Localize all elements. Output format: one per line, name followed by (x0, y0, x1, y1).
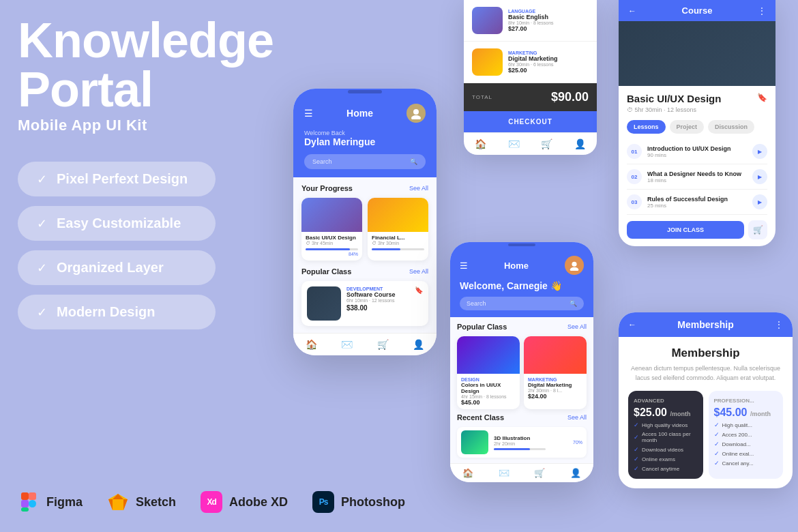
svg-rect-0 (21, 492, 29, 500)
welcome-text: Welcome Back (304, 130, 426, 136)
phone1: ☰ Home Welcome Back Dylan Meringue Searc… (293, 89, 437, 355)
popular-card[interactable]: DEVELOPMENT Software Course 6hr 10min · … (301, 281, 428, 326)
phone2-profile-icon[interactable]: 👤 (570, 468, 581, 478)
bookmark-icon[interactable]: 🔖 (415, 286, 423, 294)
lesson-dur-1: 90 mins (647, 152, 747, 158)
check-icon-3: ✓ (37, 261, 47, 276)
hamburger-icon[interactable]: ☰ (304, 108, 313, 119)
phone1-title: Home (346, 108, 373, 119)
cart-nav-icon[interactable]: 🛒 (377, 339, 389, 350)
phone2-recent: Recent Class See All 3D Illustration 2hr… (457, 413, 587, 458)
plan-pro-f5: ✓ Cancel any... (714, 460, 778, 467)
recent-item-1-info: 3D Illustration 2hr 20min (494, 435, 567, 450)
membership-back-icon[interactable]: ← (628, 320, 636, 329)
join-class-button[interactable]: JOIN CLASS (627, 221, 744, 239)
play-btn-3[interactable]: ▶ (752, 194, 767, 209)
search-bar[interactable]: Search 🔍 (304, 154, 426, 169)
recent-item-1-meta: 2hr 20min (494, 441, 567, 446)
phone2-card-1[interactable]: DESIGN Colors in UI/UX Design 4hr 15min … (457, 336, 520, 409)
check-adv-3: ✓ (634, 446, 639, 453)
tab-lessons[interactable]: Lessons (627, 120, 666, 134)
phone2-card-2[interactable]: MARKETING Digital Marketing 2hr 30min · … (524, 336, 587, 409)
sketch-logo: Sketch (107, 491, 176, 513)
plan-advanced[interactable]: ADVANCED $25.00 /month ✓ High quality vi… (628, 391, 703, 479)
cart-item-2-meta: 6hr 30min · 6 lessons (508, 62, 589, 67)
phone2-recent-see-all[interactable]: See All (567, 414, 587, 421)
lesson-num-2: 02 (627, 169, 642, 184)
lesson-title-3: Rules of Successful Design (647, 196, 747, 203)
phone1-top-bar: ☰ Home (304, 104, 426, 123)
check-adv-2: ✓ (634, 434, 639, 441)
tab-project[interactable]: Project (670, 120, 705, 134)
cart-item-1-price: $27.00 (508, 25, 589, 32)
check-pro-4: ✓ (714, 450, 720, 457)
cart-msg-icon[interactable]: ✉️ (508, 138, 520, 149)
phone2-home-icon[interactable]: 🏠 (462, 468, 473, 478)
phone2-popular-header: Popular Class See All (457, 323, 587, 331)
course-tabs: Lessons Project Discussion (627, 120, 767, 134)
checkout-button[interactable]: CHECKOUT (464, 111, 597, 132)
prog-card-1-body: Basic UI/UX Design ⏱ 3hr 45min 84% (301, 232, 362, 261)
course-more-icon[interactable]: ⋮ (758, 6, 766, 16)
svg-rect-2 (21, 500, 29, 507)
prog-pct-1: 84% (306, 252, 358, 256)
check-icon-4: ✓ (37, 305, 47, 320)
progress-card-1[interactable]: Basic UI/UX Design ⏱ 3hr 45min 84% (301, 198, 362, 261)
phone2-card-2-tag: MARKETING (528, 377, 582, 382)
phone2-card-1-meta: 4hr 15min · 8 lessons (461, 394, 516, 399)
membership-more-icon[interactable]: ⋮ (775, 320, 783, 329)
message-nav-icon[interactable]: ✉️ (341, 339, 353, 350)
feature-pill-1: ✓ Pixel Perfext Design (18, 162, 216, 196)
cart-profile-icon[interactable]: 👤 (574, 138, 586, 149)
cart-home-icon[interactable]: 🏠 (475, 138, 486, 149)
svg-point-12 (572, 262, 576, 267)
cart-item-2[interactable]: MARKETING Digital Marketing 6hr 30min · … (464, 42, 597, 83)
svg-rect-3 (21, 507, 29, 512)
phone2-card-2-price: $24.00 (528, 393, 582, 400)
phone2-cart-icon[interactable]: 🛒 (534, 468, 545, 478)
phone2-search[interactable]: Search 🔍 (460, 297, 584, 310)
lesson-info-3: Rules of Successful Design 25 mins (647, 196, 747, 209)
svg-marker-7 (108, 499, 113, 510)
cart-item-1-img (472, 7, 503, 34)
lesson-item-1[interactable]: 01 Introduction to UI/UX Design 90 mins … (627, 139, 767, 164)
recent-item-1[interactable]: 3D Illustration 2hr 20min 70% (457, 427, 587, 458)
clock-icon-2: ⏱ (372, 241, 376, 246)
home-nav-icon[interactable]: 🏠 (306, 339, 317, 350)
lesson-item-2[interactable]: 02 What a Designer Needs to Know 18 mins… (627, 164, 767, 190)
prog-bar-fill-2 (372, 248, 400, 250)
plan-professional[interactable]: PROFESSION... $45.00 /month ✓ High quali… (709, 391, 784, 479)
plan-pro-price: $45.00 /month (714, 407, 778, 419)
play-btn-2[interactable]: ▶ (752, 169, 767, 184)
plan-pro-tier: PROFESSION... (714, 398, 778, 404)
phone2-header: ☰ Home Welcome, Carnegie 👋 Search 🔍 (450, 248, 593, 317)
cart-item-1-info: LANGUAGE Basic English 8hr 10min · 8 les… (508, 9, 589, 32)
play-btn-1[interactable]: ▶ (752, 144, 767, 159)
membership-plans: ADVANCED $25.00 /month ✓ High quality vi… (628, 391, 783, 479)
phone2-hamburger-icon[interactable]: ☰ (460, 261, 468, 271)
bookmark-icon-course[interactable]: 🔖 (757, 93, 767, 102)
pop-card-img (307, 286, 341, 321)
progress-card-2[interactable]: Financial L... ⏱ 3hr 30min (368, 198, 428, 261)
phone2-see-all[interactable]: See All (567, 323, 587, 330)
cart-item-1-title: Basic English (508, 14, 589, 20)
svg-point-10 (413, 109, 419, 115)
cart-item-1-tag: LANGUAGE (508, 9, 589, 14)
phone2-msg-icon[interactable]: ✉️ (499, 468, 509, 478)
cart-cart-icon[interactable]: 🛒 (541, 138, 552, 149)
ps-icon: Ps (312, 491, 334, 513)
check-pro-2: ✓ (714, 431, 720, 438)
lesson-item-3[interactable]: 03 Rules of Successful Design 25 mins ▶ (627, 190, 767, 215)
tab-discussion[interactable]: Discussion (708, 120, 754, 134)
course-screen: ← Course ⋮ Basic UI/UX Design 🔖 ⏱ 5hr 30… (619, 0, 775, 246)
progress-title: Your Progress (301, 184, 353, 192)
popular-see-all[interactable]: See All (409, 268, 428, 275)
progress-see-all[interactable]: See All (409, 185, 428, 192)
feature-pill-4: ✓ Modern Design (18, 295, 216, 329)
profile-nav-icon[interactable]: 👤 (413, 339, 424, 350)
cart-badge[interactable]: 🛒 (748, 220, 767, 239)
plan-pro-f1: ✓ High qualit... (714, 422, 778, 428)
course-back-icon[interactable]: ← (628, 6, 636, 16)
cart-item-1[interactable]: LANGUAGE Basic English 8hr 10min · 8 les… (464, 0, 597, 42)
phone2-bottom-nav: 🏠 ✉️ 🛒 👤 (450, 463, 593, 482)
